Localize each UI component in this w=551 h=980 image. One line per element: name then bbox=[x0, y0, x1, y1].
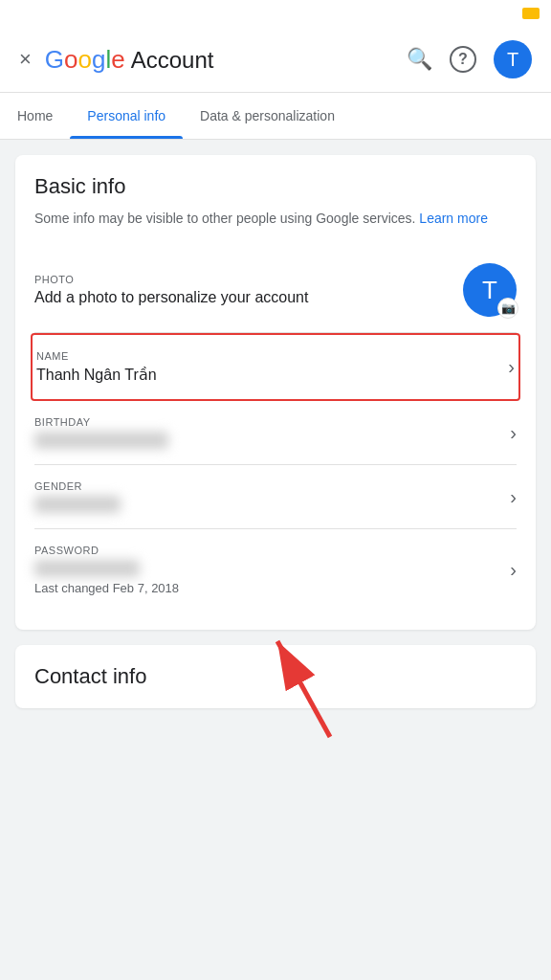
basic-info-card: Basic info Some info may be visible to o… bbox=[15, 155, 536, 630]
birthday-value-blurred bbox=[34, 432, 168, 449]
avatar[interactable]: T bbox=[494, 40, 532, 78]
password-label: PASSWORD bbox=[34, 545, 510, 556]
close-icon[interactable]: × bbox=[19, 49, 32, 70]
learn-more-link[interactable]: Learn more bbox=[419, 211, 488, 226]
photo-info: PHOTO Add a photo to personalize your ac… bbox=[34, 274, 463, 306]
photo-label: PHOTO bbox=[34, 274, 463, 285]
gender-label: GENDER bbox=[34, 480, 510, 492]
basic-info-description: Some info may be visible to other people… bbox=[34, 209, 517, 229]
header: × Google Account 🔍 ? T bbox=[0, 27, 551, 93]
birthday-content: BIRTHDAY bbox=[34, 416, 510, 449]
gender-chevron-icon: › bbox=[510, 486, 517, 508]
birthday-label: BIRTHDAY bbox=[34, 416, 510, 428]
password-value-blurred bbox=[34, 560, 140, 577]
photo-row[interactable]: PHOTO Add a photo to personalize your ac… bbox=[34, 248, 517, 333]
tabs-bar: Home Personal info Data & personalizatio… bbox=[0, 93, 551, 140]
header-right: 🔍 ? T bbox=[407, 40, 532, 78]
password-row[interactable]: PASSWORD Last changed Feb 7, 2018 › bbox=[34, 529, 517, 611]
help-icon[interactable]: ? bbox=[450, 46, 476, 73]
birthday-row[interactable]: BIRTHDAY › bbox=[34, 401, 517, 465]
name-value: Thanh Ngân Trần bbox=[36, 366, 508, 384]
tab-personal-info[interactable]: Personal info bbox=[70, 93, 183, 139]
google-letter-e: e bbox=[111, 45, 124, 75]
name-row-highlight: NAME Thanh Ngân Trần › bbox=[31, 333, 520, 401]
google-letter-o1: o bbox=[64, 45, 77, 75]
password-last-changed: Last changed Feb 7, 2018 bbox=[34, 581, 510, 595]
account-text: Account bbox=[131, 47, 214, 74]
camera-badge-icon: 📷 bbox=[497, 298, 518, 319]
tab-data-personalization[interactable]: Data & personalization bbox=[183, 93, 352, 139]
status-bar bbox=[0, 0, 551, 27]
gender-content: GENDER bbox=[34, 480, 510, 513]
google-letter-g2: g bbox=[92, 45, 105, 75]
gender-row[interactable]: GENDER › bbox=[34, 465, 517, 529]
tab-home[interactable]: Home bbox=[0, 93, 70, 139]
basic-info-title: Basic info bbox=[34, 174, 517, 199]
password-content: PASSWORD Last changed Feb 7, 2018 bbox=[34, 545, 510, 595]
contact-info-card: Contact info bbox=[15, 645, 536, 708]
name-label: NAME bbox=[36, 350, 508, 362]
contact-info-title: Contact info bbox=[34, 664, 517, 689]
status-indicator bbox=[522, 8, 540, 19]
google-letter-g: G bbox=[45, 45, 64, 75]
google-logo: Google Account bbox=[45, 45, 214, 75]
gender-value-blurred bbox=[34, 496, 121, 513]
main-content: Basic info Some info may be visible to o… bbox=[0, 140, 551, 724]
search-icon[interactable]: 🔍 bbox=[407, 47, 432, 72]
password-chevron-icon: › bbox=[510, 559, 517, 581]
birthday-chevron-icon: › bbox=[510, 422, 517, 444]
photo-avatar-container[interactable]: T 📷 bbox=[463, 263, 517, 317]
name-row[interactable]: NAME Thanh Ngân Trần › bbox=[36, 335, 515, 399]
header-left: × Google Account bbox=[19, 45, 213, 75]
name-chevron-icon: › bbox=[508, 356, 515, 378]
google-letter-o2: o bbox=[78, 45, 92, 75]
photo-description: Add a photo to personalize your account bbox=[34, 289, 463, 306]
name-content: NAME Thanh Ngân Trần bbox=[36, 350, 508, 384]
